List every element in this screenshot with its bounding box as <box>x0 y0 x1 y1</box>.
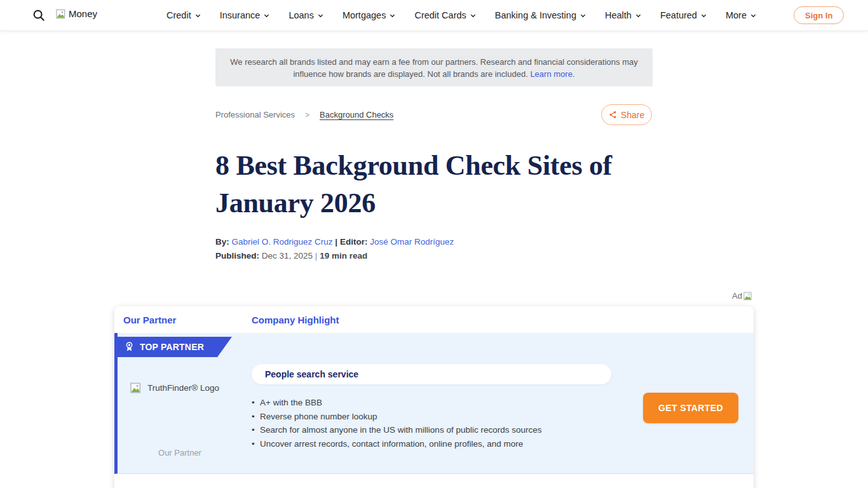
column-header-our-partner: Our Partner <box>123 315 176 325</box>
nav-item-credit[interactable]: Credit <box>166 10 201 20</box>
byline: By: Gabriel O. Rodriguez Cruz | Editor: … <box>215 237 454 247</box>
ad-label: Ad <box>732 291 753 301</box>
chevron-down-icon <box>194 12 201 19</box>
breadcrumb-separator: > <box>305 111 309 119</box>
chevron-down-icon <box>470 12 477 19</box>
chevron-down-icon <box>263 12 270 19</box>
by-label: By: <box>215 237 229 247</box>
logo-alt-text: Money <box>69 8 97 19</box>
highlight-bullet-list: A+ with the BBB Reverse phone number loo… <box>250 396 637 451</box>
chevron-down-icon <box>635 12 642 19</box>
editor-label: | Editor: <box>335 237 367 247</box>
published-date: Dec 31, 2025 <box>262 251 313 261</box>
broken-image-icon <box>130 383 142 393</box>
share-button[interactable]: Share <box>601 104 652 125</box>
read-time: 19 min read <box>320 251 367 261</box>
page-title: 8 Best Background Check Sites of January… <box>215 147 668 222</box>
author-link[interactable]: Gabriel O. Rodriguez Cruz <box>232 237 333 247</box>
top-partner-badge: TOP PARTNER <box>118 337 232 357</box>
nav-item-featured[interactable]: Featured <box>660 10 707 20</box>
partner-logo[interactable]: TruthFinder® Logo <box>124 383 226 393</box>
partner-logo-alt-text: TruthFinder® Logo <box>147 383 219 393</box>
nav-item-insurance[interactable]: Insurance <box>220 10 271 20</box>
broken-image-icon <box>743 292 753 301</box>
advertiser-disclosure: We research all brands listed and may ea… <box>215 48 653 86</box>
chevron-down-icon <box>317 12 324 19</box>
chevron-down-icon <box>750 12 757 19</box>
list-item: A+ with the BBB <box>250 396 637 410</box>
nav-item-mortgages[interactable]: Mortgages <box>342 10 397 20</box>
highlight-category-pill: People search service <box>252 364 611 384</box>
nav-item-banking-investing[interactable]: Banking & Investing <box>495 10 587 20</box>
top-partner-row: TOP PARTNER TruthFinder® Logo Our Partne… <box>114 333 754 474</box>
list-item: Search for almost anyone in the US with … <box>250 423 637 437</box>
share-icon <box>609 111 617 119</box>
nav-item-credit-cards[interactable]: Credit Cards <box>414 10 476 20</box>
our-partner-caption: Our Partner <box>129 448 231 458</box>
search-icon[interactable] <box>32 8 46 22</box>
broken-image-icon <box>56 9 67 19</box>
learn-more-link[interactable]: Learn more <box>530 69 572 79</box>
list-item: Uncover arrest records, contact informat… <box>250 437 637 451</box>
main-nav: Credit Insurance Loans Mortgages Credit … <box>166 0 757 30</box>
disclosure-text: We research all brands listed and may ea… <box>230 57 637 79</box>
chevron-down-icon <box>700 12 707 19</box>
next-partner-row <box>114 474 754 488</box>
nav-item-more[interactable]: More <box>726 10 757 20</box>
chevron-down-icon <box>389 12 396 19</box>
money-logo[interactable]: Money <box>56 8 97 19</box>
breadcrumb-current[interactable]: Background Checks <box>320 110 393 119</box>
editor-link[interactable]: José Omar Rodríguez <box>370 237 454 247</box>
breadcrumb-parent[interactable]: Professional Services <box>215 110 295 119</box>
partner-card-header: Our Partner Company Highlight <box>114 306 754 333</box>
top-partner-badge-label: TOP PARTNER <box>140 342 204 352</box>
nav-item-health[interactable]: Health <box>605 10 642 20</box>
get-started-button[interactable]: GET STARTED <box>643 393 738 423</box>
top-nav-bar: Money Credit Insurance Loans Mortgages C… <box>0 0 868 30</box>
chevron-down-icon <box>580 12 587 19</box>
sign-in-button[interactable]: Sign In <box>794 6 844 24</box>
published-line: Published: Dec 31, 2025 | 19 min read <box>215 251 367 261</box>
nav-item-loans[interactable]: Loans <box>288 10 324 20</box>
partner-comparison-card: Our Partner Company Highlight TOP PARTNE… <box>114 306 754 488</box>
column-header-company-highlight: Company Highlight <box>252 315 339 325</box>
award-ribbon-icon <box>125 341 134 353</box>
breadcrumb: Professional Services > Background Check… <box>215 110 393 119</box>
list-item: Reverse phone number lookup <box>250 410 637 424</box>
page: Money Credit Insurance Loans Mortgages C… <box>0 0 868 488</box>
published-label: Published: <box>215 251 259 261</box>
